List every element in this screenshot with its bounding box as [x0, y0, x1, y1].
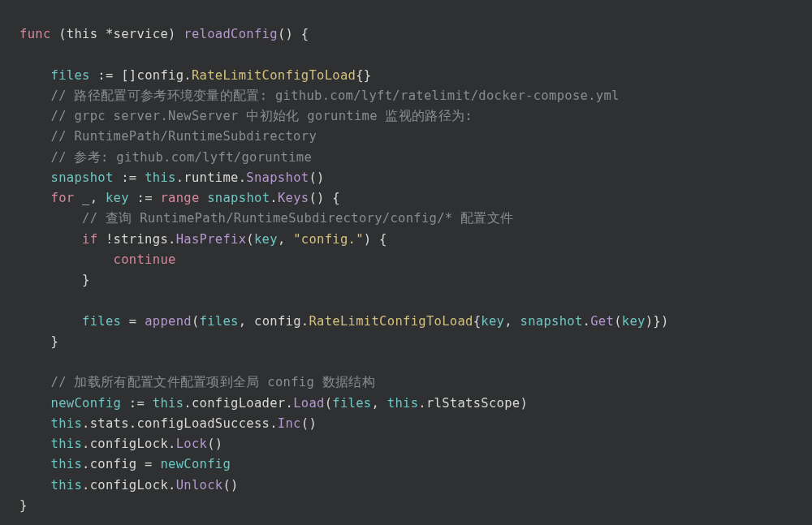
- code-line: newConfig := this.configLoader.Load(file…: [19, 394, 793, 414]
- code-token: [19, 150, 51, 165]
- code-token: () {: [278, 27, 309, 41]
- code-token: range: [160, 191, 199, 205]
- code-token: () {: [309, 191, 340, 205]
- code-token: this: [51, 416, 83, 431]
- code-token: Load: [293, 396, 325, 411]
- code-token: files: [332, 396, 371, 411]
- code-line: this.configLock.Lock(): [19, 434, 793, 454]
- code-token: Keys: [278, 191, 309, 205]
- code-token: (): [222, 478, 238, 493]
- code-token: .configLoader.: [184, 396, 293, 411]
- code-token: [19, 129, 51, 144]
- code-token: // 路径配置可参考环境变量的配置: github.com/lyft/ratel…: [51, 88, 620, 103]
- code-token: [19, 170, 51, 185]
- code-token: (: [325, 396, 333, 411]
- code-line: continue: [19, 250, 793, 270]
- code-token: := []config.: [90, 68, 192, 83]
- code-token: !strings.: [97, 232, 175, 247]
- code-token: .runtime.: [176, 170, 247, 185]
- code-token: continue: [114, 252, 176, 267]
- code-token: func: [19, 27, 51, 41]
- code-token: [19, 232, 82, 247]
- code-line: func (this *service) reloadConfig() {: [19, 24, 793, 45]
- code-token: files: [200, 314, 239, 329]
- code-line: [19, 45, 793, 65]
- code-token: this: [145, 170, 176, 185]
- code-token: files: [82, 314, 121, 329]
- code-token: key: [106, 191, 129, 205]
- code-token: this: [51, 457, 83, 471]
- code-token: // 查询 RuntimePath/RuntimeSubdirectory/co…: [82, 211, 513, 226]
- code-line: // 参考: github.com/lyft/goruntime: [19, 148, 793, 168]
- code-line: // grpc server.NewServer 中初始化 goruntime …: [19, 106, 793, 127]
- code-line: snapshot := this.runtime.Snapshot(): [19, 168, 793, 188]
- code-token: this: [51, 437, 83, 451]
- code-token: ,: [278, 232, 293, 247]
- code-token: reloadConfig: [184, 27, 278, 41]
- code-token: .rlStatsScope): [418, 396, 528, 411]
- code-token: (): [309, 170, 324, 185]
- code-line: // 路径配置可参考环境变量的配置: github.com/lyft/ratel…: [19, 86, 793, 106]
- code-line: // 加载所有配置文件配置项到全局 config 数据结构: [19, 372, 793, 393]
- code-token: .: [583, 314, 591, 329]
- code-token: key: [481, 314, 504, 329]
- code-token: ,: [371, 396, 387, 411]
- code-line: [19, 290, 793, 311]
- code-token: }: [19, 498, 28, 513]
- code-token: [19, 396, 51, 411]
- code-token: .: [270, 191, 278, 205]
- code-token: , config.: [239, 314, 309, 329]
- code-token: (): [207, 437, 222, 451]
- code-token: Lock: [176, 437, 208, 451]
- code-token: (: [192, 314, 200, 329]
- code-token: [200, 191, 208, 205]
- code-token: [19, 314, 82, 329]
- code-token: :=: [129, 191, 161, 205]
- code-line: files := []config.RateLimitConfigToLoad{…: [19, 66, 793, 86]
- code-token: {}: [356, 68, 371, 83]
- code-token: newConfig: [51, 396, 122, 411]
- code-token: key: [622, 314, 646, 329]
- code-token: snapshot: [51, 170, 114, 185]
- code-token: .configLock.: [82, 437, 176, 451]
- code-token: append: [145, 314, 192, 329]
- code-token: [19, 478, 51, 493]
- code-token: RateLimitConfigToLoad: [192, 68, 356, 83]
- code-token: HasPrefix: [176, 232, 247, 247]
- code-token: for: [51, 191, 75, 205]
- code-token: [19, 68, 51, 83]
- code-token: this: [51, 478, 83, 493]
- code-token: :=: [121, 396, 153, 411]
- code-block: func (this *service) reloadConfig() { fi…: [0, 0, 812, 525]
- code-token: :=: [114, 170, 145, 185]
- code-token: snapshot: [520, 314, 583, 329]
- code-token: RateLimitConfigToLoad: [309, 314, 473, 329]
- code-token: [19, 457, 51, 471]
- code-token: [19, 191, 51, 205]
- code-token: .stats.configLoadSuccess.: [82, 416, 278, 431]
- code-token: if: [82, 232, 97, 247]
- code-token: }: [19, 334, 58, 349]
- code-token: this: [387, 396, 419, 411]
- code-line: if !strings.HasPrefix(key, "config.") {: [19, 230, 793, 250]
- code-token: [19, 211, 82, 226]
- code-token: Get: [590, 314, 614, 329]
- code-token: snapshot: [207, 191, 270, 205]
- code-line: }: [19, 332, 793, 352]
- code-line: for _, key := range snapshot.Keys() {: [19, 188, 793, 209]
- code-token: _,: [74, 191, 106, 205]
- code-token: (: [246, 232, 254, 247]
- code-token: Inc: [278, 416, 301, 431]
- code-token: (: [614, 314, 622, 329]
- code-line: // RuntimePath/RuntimeSubdirectory: [19, 127, 793, 147]
- code-token: // 加载所有配置文件配置项到全局 config 数据结构: [51, 375, 375, 389]
- code-token: )}): [646, 314, 669, 329]
- code-token: (): [301, 416, 317, 431]
- code-token: [19, 252, 114, 267]
- code-token: {: [473, 314, 482, 329]
- code-token: files: [51, 68, 90, 83]
- code-line: this.stats.configLoadSuccess.Inc(): [19, 414, 793, 434]
- code-token: Unlock: [176, 478, 223, 493]
- code-token: [19, 416, 51, 431]
- code-token: Snapshot: [246, 170, 309, 185]
